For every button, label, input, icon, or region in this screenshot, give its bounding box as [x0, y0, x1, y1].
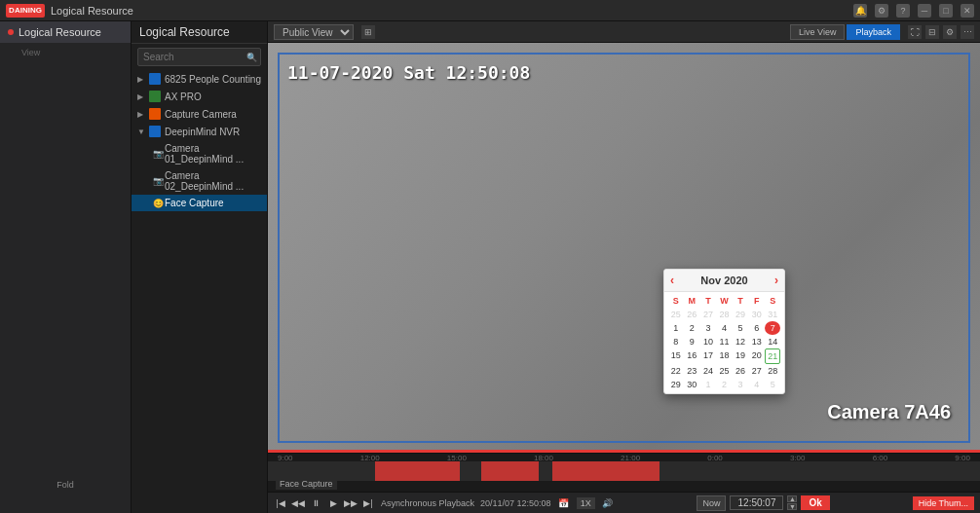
main-layout: Logical Resource View Fold Logical Resou…	[0, 21, 980, 513]
calendar-month-year: Nov 2020	[700, 275, 747, 286]
cal-day-21[interactable]: 21	[765, 348, 780, 364]
step-fwd-btn[interactable]: ▶▶	[344, 496, 358, 510]
cal-day-25b[interactable]: 25	[717, 364, 733, 378]
cal-day-25[interactable]: 25	[668, 308, 684, 321]
cal-day-31[interactable]: 31	[765, 308, 780, 321]
live-view-btn[interactable]: Live View	[790, 24, 845, 40]
cal-day-27[interactable]: 27	[700, 308, 716, 321]
cal-day-18[interactable]: 18	[717, 348, 733, 364]
time-down-btn[interactable]: ▼	[787, 503, 797, 510]
camera-icon: 📷	[153, 149, 161, 159]
settings2-icon[interactable]: ⚙	[943, 25, 957, 39]
cal-day-28[interactable]: 28	[717, 308, 733, 321]
tree-item-icon	[149, 91, 161, 102]
cal-day-30b[interactable]: 30	[685, 378, 700, 391]
cal-day-29[interactable]: 29	[733, 308, 748, 321]
cal-day-23[interactable]: 23	[685, 364, 700, 378]
now-button[interactable]: Now	[697, 495, 726, 511]
cal-day-13[interactable]: 13	[749, 335, 765, 348]
timeline-background	[268, 461, 980, 481]
tree-item-camera01[interactable]: 📷 Camera 01_DeepinMind ...	[132, 140, 267, 167]
more-icon[interactable]: ⋯	[961, 25, 974, 39]
cal-day-12[interactable]: 12	[733, 335, 748, 348]
cal-day-17[interactable]: 17	[700, 348, 716, 364]
tree-item-camera02[interactable]: 📷 Camera 02_DeepinMind ...	[132, 167, 267, 195]
tree-item-capture-camera[interactable]: ▶ Capture Camera	[132, 105, 267, 123]
cal-day-6[interactable]: 6	[749, 321, 765, 335]
cal-day-24[interactable]: 24	[700, 364, 716, 378]
layout-icon[interactable]: ⊟	[925, 25, 939, 39]
cal-day-20[interactable]: 20	[749, 348, 765, 364]
cal-day-2[interactable]: 2	[685, 321, 700, 335]
top-bar: DAINING Logical Resource 🔔 ⚙ ? ─ □ ✕	[0, 0, 980, 21]
tree-item-icon	[149, 73, 161, 85]
cal-day-26b[interactable]: 26	[733, 364, 748, 378]
cal-day-next-1[interactable]: 1	[700, 378, 716, 391]
cal-day-29[interactable]: 29	[668, 378, 684, 391]
speed-badge[interactable]: 1X	[577, 497, 595, 509]
tree-item-face-capture[interactable]: 😊 Face Capture	[132, 195, 267, 211]
tree-item-label: Camera 01_DeepinMind ...	[165, 143, 261, 165]
cal-day-28b[interactable]: 28	[765, 364, 780, 378]
cal-day-10[interactable]: 10	[700, 335, 716, 348]
cal-day-5[interactable]: 5	[733, 321, 748, 335]
close-icon[interactable]: ✕	[961, 4, 974, 18]
minimize-icon[interactable]: ─	[918, 4, 931, 18]
tl-label-8: 9:00	[955, 454, 970, 461]
cal-day-4[interactable]: 4	[717, 321, 733, 335]
sidebar-item-view[interactable]: View	[0, 43, 131, 62]
tree-item-deepinmind[interactable]: ▼ DeepinMind NVR	[132, 123, 267, 140]
next-frame-btn[interactable]: ▶|	[361, 496, 375, 510]
cal-day-9[interactable]: 9	[685, 335, 700, 348]
calendar-prev-btn[interactable]: ‹	[670, 274, 674, 287]
calendar-next-btn[interactable]: ›	[774, 274, 778, 287]
cal-day-14[interactable]: 14	[765, 335, 780, 348]
search-input[interactable]	[137, 48, 261, 66]
timeline-track[interactable]	[268, 461, 980, 481]
cal-day-26[interactable]: 26	[685, 308, 700, 321]
help-icon[interactable]: ?	[896, 4, 910, 18]
prev-frame-btn[interactable]: |◀	[274, 496, 287, 510]
tree-item-6825[interactable]: ▶ 6825 People Counting	[132, 70, 267, 88]
tree-item-label: DeepinMind NVR	[165, 127, 240, 137]
time-input[interactable]	[730, 495, 783, 510]
sidebar-logical-resource-label: Logical Resource	[19, 26, 101, 38]
calendar-icon-btn[interactable]: 📅	[557, 496, 571, 510]
fullscreen-icon[interactable]: ⛶	[908, 25, 922, 39]
play-btn[interactable]: ▶	[326, 496, 340, 510]
cal-day-7[interactable]: 7	[765, 321, 780, 335]
cal-day-1[interactable]: 1	[668, 321, 684, 335]
time-up-btn[interactable]: ▲	[787, 495, 797, 502]
settings-icon[interactable]: ⚙	[875, 4, 888, 18]
step-back-btn[interactable]: ◀◀	[291, 496, 305, 510]
grid-icon[interactable]: ⊞	[361, 25, 375, 39]
playback-btn[interactable]: Playback	[847, 24, 900, 40]
fold-label[interactable]: Fold	[0, 476, 131, 494]
tree-item-axpro[interactable]: ▶ AX PRO	[132, 88, 267, 105]
video-timestamp: 11-07-2020 Sat 12:50:08	[287, 62, 530, 83]
sidebar-item-logical-resource[interactable]: Logical Resource	[0, 21, 131, 43]
cal-day-next-4[interactable]: 4	[749, 378, 765, 391]
cal-day-27b[interactable]: 27	[749, 364, 765, 378]
cal-day-22[interactable]: 22	[668, 364, 684, 378]
cal-day-15[interactable]: 15	[668, 348, 684, 364]
playback-date: 20/11/07 12:50:08	[480, 498, 551, 508]
cal-day-8[interactable]: 8	[668, 335, 684, 348]
cal-day-30[interactable]: 30	[749, 308, 765, 321]
pause-btn[interactable]: ⏸	[309, 496, 322, 510]
cal-day-16[interactable]: 16	[685, 348, 700, 364]
cal-day-11[interactable]: 11	[717, 335, 733, 348]
hide-thumbnail-btn[interactable]: Hide Thum...	[913, 496, 974, 510]
cal-day-19[interactable]: 19	[733, 348, 748, 364]
notifications-icon[interactable]: 🔔	[853, 4, 867, 18]
tl-label-0: 9:00	[278, 454, 293, 461]
public-view-dropdown[interactable]: Public View	[274, 24, 354, 40]
ok-button[interactable]: Ok	[801, 495, 829, 510]
cal-day-next-2[interactable]: 2	[717, 378, 733, 391]
maximize-icon[interactable]: □	[939, 4, 953, 18]
volume-icon[interactable]: 🔊	[601, 496, 615, 510]
calendar-week-4: 22 23 24 25 26 27 28	[668, 364, 780, 378]
cal-day-3[interactable]: 3	[700, 321, 716, 335]
cal-day-next-3[interactable]: 3	[733, 378, 748, 391]
cal-day-next-5[interactable]: 5	[765, 378, 780, 391]
